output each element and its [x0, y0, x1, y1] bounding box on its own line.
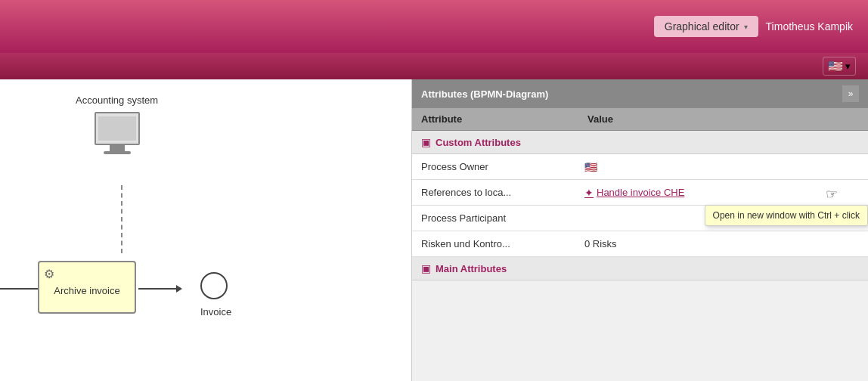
expand-icon: » [848, 88, 854, 99]
sub-header: 🇺🇸 ▾ [0, 53, 868, 79]
monitor-screen [98, 116, 136, 141]
arrow-line [0, 288, 38, 290]
process-participant-label: Process Participant [412, 208, 578, 228]
process-owner-value: 🇺🇸 [578, 156, 868, 178]
gear-icon: ⚙ [44, 267, 54, 281]
graphical-editor-button[interactable]: Graphical editor ▾ [654, 16, 758, 37]
invoice-label: Invoice [200, 306, 231, 318]
flag-icon: 🇺🇸 [828, 59, 843, 73]
attributes-panel-title: Attributes (BPMN-Diagram) [421, 88, 548, 100]
arrow-head-right [176, 285, 182, 293]
monitor-stand [110, 145, 125, 151]
risken-value: 0 Risks [578, 234, 868, 254]
attributes-panel-header: Attributes (BPMN-Diagram) » [412, 79, 868, 108]
accounting-system-label: Accounting system [76, 94, 158, 106]
link-text: Handle invoice CHE [597, 187, 684, 198]
graphical-editor-label: Graphical editor [665, 20, 739, 33]
end-event-circle[interactable] [200, 272, 228, 299]
monitor-shape [95, 112, 140, 145]
link-star-icon: ✦ [584, 187, 594, 199]
references-label: References to loca... [412, 182, 578, 203]
outgoing-arrow [138, 285, 182, 293]
main-area: Accounting system ⚙ Archive invo [0, 79, 868, 381]
computer-icon [95, 112, 140, 154]
diagram-panel: Accounting system ⚙ Archive invo [0, 79, 412, 381]
main-section-title: Main Attributes [436, 263, 507, 274]
risken-label: Risken und Kontro... [412, 234, 578, 254]
custom-section-collapse-icon: ▣ [421, 136, 431, 148]
expand-panel-button[interactable]: » [842, 85, 859, 102]
main-section-collapse-icon: ▣ [421, 262, 431, 274]
risken-row[interactable]: Risken und Kontro... 0 Risks [412, 231, 868, 257]
language-flag-button[interactable]: 🇺🇸 ▾ [823, 57, 856, 76]
custom-section-title: Custom Attributes [436, 137, 521, 148]
value-column-header: Value [578, 108, 868, 130]
attributes-panel: Attributes (BPMN-Diagram) » Attribute Va… [412, 79, 868, 381]
tooltip-text: Open in new window with Ctrl + click [713, 210, 860, 221]
process-owner-row[interactable]: Process Owner 🇺🇸 [412, 154, 868, 180]
main-attributes-section-header[interactable]: ▣ Main Attributes [412, 257, 868, 280]
cursor-icon: ☞ [826, 186, 838, 203]
column-headers: Attribute Value [412, 108, 868, 131]
diagram-canvas[interactable]: Accounting system ⚙ Archive invo [0, 79, 411, 381]
accounting-system-node: Accounting system [76, 94, 158, 154]
attribute-column-header: Attribute [412, 108, 578, 130]
custom-attributes-section-header[interactable]: ▣ Custom Attributes [412, 131, 868, 154]
task-label: Archive invoice [54, 285, 119, 298]
references-row[interactable]: References to loca... ✦ Handle invoice C… [412, 180, 868, 206]
user-name: Timotheus Kampik [766, 20, 853, 33]
app-header: Graphical editor ▾ Timotheus Kampik [0, 0, 868, 53]
tooltip-popup: Open in new window with Ctrl + click [705, 205, 868, 226]
monitor-base [104, 151, 131, 154]
graphical-editor-dropdown-arrow: ▾ [744, 23, 748, 31]
flag-dropdown-arrow: ▾ [845, 60, 851, 72]
arrow-line-right [138, 288, 176, 290]
process-owner-label: Process Owner [412, 156, 578, 177]
references-value: ✦ Handle invoice CHE [578, 182, 868, 203]
dashed-connector [121, 185, 122, 253]
archive-invoice-task[interactable]: ⚙ Archive invoice [38, 261, 136, 314]
handle-invoice-link[interactable]: ✦ Handle invoice CHE [584, 187, 684, 199]
flag-value-icon: 🇺🇸 [584, 161, 597, 173]
